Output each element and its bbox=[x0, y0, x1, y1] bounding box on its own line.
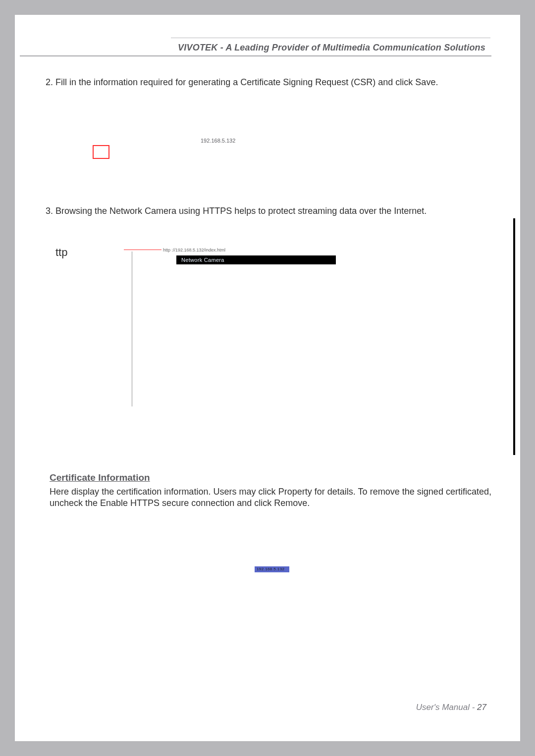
frame-right-border bbox=[513, 218, 515, 455]
header-rule-top bbox=[171, 38, 490, 38]
certificate-info-heading: Certificate Information bbox=[50, 472, 150, 483]
footer-label: User's Manual - bbox=[416, 703, 477, 712]
step-2-text: 2. Fill in the information required for … bbox=[46, 77, 438, 88]
annotation-line bbox=[124, 250, 161, 250]
frame-left-border bbox=[132, 252, 132, 406]
highlight-box bbox=[93, 145, 109, 159]
ip-address-label: 192.168.5.132 bbox=[201, 138, 235, 144]
manual-page: VIVOTEK - A Leading Provider of Multimed… bbox=[15, 15, 520, 741]
certificate-info-body: Here display the certification informati… bbox=[50, 486, 491, 509]
footer-page-number: 27 bbox=[477, 703, 486, 712]
ip-highlight-badge: 192.168.5.132 bbox=[255, 566, 289, 572]
protocol-fragment-label: ttp bbox=[55, 246, 67, 259]
browser-screenshot-frame: Network Camera bbox=[132, 252, 449, 406]
camera-page-titlebar: Network Camera bbox=[176, 255, 336, 264]
page-footer: User's Manual - 27 bbox=[416, 703, 486, 712]
step-3-text: 3. Browsing the Network Camera using HTT… bbox=[46, 206, 427, 216]
page-header-title: VIVOTEK - A Leading Provider of Multimed… bbox=[15, 43, 485, 53]
header-rule-bottom bbox=[20, 55, 491, 56]
